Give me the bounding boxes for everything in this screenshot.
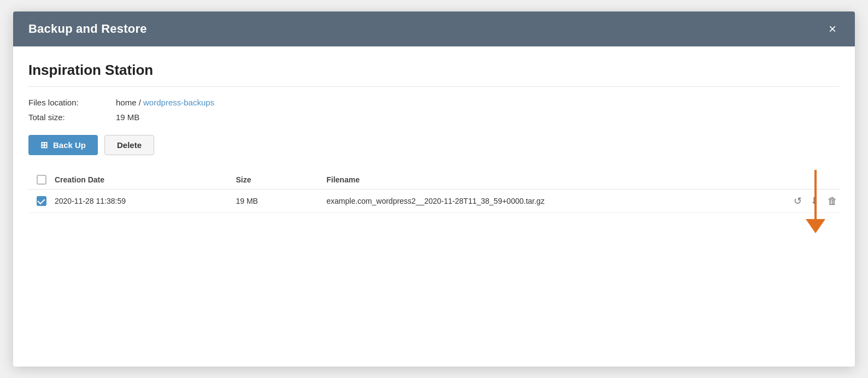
files-location-row: Files location: home / wordpress-backups	[28, 98, 840, 107]
row-size: 19 MB	[236, 197, 327, 205]
header-size: Size	[236, 175, 327, 184]
total-size-label: Total size:	[28, 113, 116, 122]
files-location-label: Files location:	[28, 98, 116, 107]
row-creation-date: 2020-11-28 11:38:59	[55, 197, 236, 205]
arrow-line	[814, 170, 817, 219]
restore-button[interactable]: ↺	[791, 195, 804, 207]
files-location-link[interactable]: wordpress-backups	[143, 98, 214, 107]
backup-button-label: Back Up	[53, 140, 86, 150]
total-size-value: 19 MB	[116, 113, 139, 122]
header-filename: Filename	[326, 175, 779, 184]
row-check-col	[28, 196, 55, 206]
files-location-value: home / wordpress-backups	[116, 98, 214, 107]
header-creation-date: Creation Date	[55, 175, 236, 184]
modal-header: Backup and Restore ×	[13, 11, 855, 46]
close-button[interactable]: ×	[825, 21, 840, 37]
modal-body: Inspiration Station Files location: home…	[13, 46, 855, 235]
modal-title: Backup and Restore	[28, 22, 147, 36]
header-check-col	[28, 175, 55, 185]
table-row: 2020-11-28 11:38:59 19 MB example.com_wo…	[28, 190, 840, 213]
files-location-prefix: home /	[116, 98, 143, 107]
backup-icon: ⊞	[40, 140, 48, 150]
total-size-row: Total size: 19 MB	[28, 113, 840, 122]
arrow-indicator	[806, 170, 825, 233]
backup-table: Creation Date Size Filename 2020-11-28 1…	[28, 170, 840, 213]
modal-container: Backup and Restore × Inspiration Station…	[13, 11, 855, 367]
delete-button[interactable]: Delete	[104, 135, 154, 155]
backup-button[interactable]: ⊞ Back Up	[28, 135, 98, 155]
site-title: Inspiration Station	[28, 62, 840, 87]
table-header: Creation Date Size Filename	[28, 170, 840, 190]
row-delete-button[interactable]: 🗑	[825, 195, 840, 207]
arrow-head	[806, 219, 825, 233]
select-all-checkbox[interactable]	[37, 175, 46, 185]
actions-row: ⊞ Back Up Delete	[28, 135, 840, 155]
row-filename: example.com_wordpress2__2020-11-28T11_38…	[326, 197, 779, 205]
info-section: Files location: home / wordpress-backups…	[28, 98, 840, 122]
row-checkbox[interactable]	[37, 196, 46, 206]
